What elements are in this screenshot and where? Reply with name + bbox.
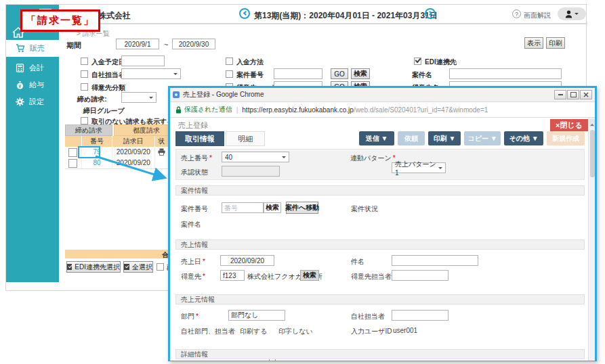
send-button[interactable]: 送信 ▼ xyxy=(359,131,394,145)
chevron-down-icon xyxy=(575,13,579,17)
tab-transaction-info[interactable]: 取引情報 xyxy=(175,131,224,146)
sidebar-item-label: 給与 xyxy=(29,80,44,90)
own-staff-select[interactable] xyxy=(121,68,181,79)
other-button[interactable]: その他 ▼ xyxy=(504,131,543,145)
payment-method-checkbox[interactable] xyxy=(226,58,233,65)
print-option-label: 自社部門、担当者 xyxy=(181,327,235,336)
scroll-up-icon[interactable] xyxy=(589,119,595,127)
checked-square-icon xyxy=(124,264,129,270)
project-number-checkbox[interactable] xyxy=(226,70,233,78)
payment-due-checkbox[interactable] xyxy=(81,58,88,65)
sidebar-item-accounting[interactable]: 会計 xyxy=(6,60,59,76)
new-create-button[interactable]: 新規作成 xyxy=(547,131,585,145)
close-page-button[interactable]: ×閉じる xyxy=(550,119,588,131)
customer-code-input[interactable] xyxy=(220,270,245,281)
copy-button[interactable]: コピー ▼ xyxy=(464,131,501,145)
subject-input[interactable] xyxy=(392,255,478,266)
customer-class-select[interactable] xyxy=(121,92,157,103)
department-input[interactable] xyxy=(228,310,285,321)
row-checkbox[interactable] xyxy=(68,159,77,168)
detail-section-header: 詳細情報 xyxy=(175,349,585,359)
popup-urlbar[interactable]: 保護された通信 | https://erp.easybiz.fukuokaban… xyxy=(170,102,595,118)
sidebar-item-payroll[interactable]: 給与 xyxy=(6,76,59,93)
sales-date-input[interactable] xyxy=(220,255,274,266)
project-number-input[interactable] xyxy=(222,202,264,213)
sidebar-item-sales[interactable]: 販売 xyxy=(6,40,59,57)
print-button[interactable]: 印刷 xyxy=(546,37,565,49)
project-section-header: 案件情報 xyxy=(175,185,585,196)
own-staff-checkbox[interactable] xyxy=(81,70,88,78)
help-icon[interactable]: ? xyxy=(512,9,521,18)
project-name-label: 案件名 xyxy=(181,220,201,229)
cart-icon xyxy=(16,44,25,53)
period-separator: ~ xyxy=(164,41,168,49)
sidebar-item-label: 販売 xyxy=(30,43,45,53)
edi-partner-label: EDI連携先 xyxy=(425,58,457,67)
own-staff-label: 自社担当者 xyxy=(91,70,125,80)
popup-titlebar[interactable]: 売上登録 - Google Chrome xyxy=(170,88,595,102)
period-from-input[interactable] xyxy=(116,39,159,49)
col-status: 状態 xyxy=(155,136,169,147)
customer-class-label: 得意先分類 xyxy=(91,83,125,93)
approval-status-input[interactable] xyxy=(222,166,280,177)
edi-partner-checkbox[interactable] xyxy=(414,58,421,65)
company-name: 株式会社 xyxy=(98,10,131,22)
sidebar-item-settings[interactable]: 設定 xyxy=(6,93,59,110)
radio-print-label: 印刷する xyxy=(240,327,267,336)
project-name-label: 案件名 xyxy=(412,70,432,80)
project-number-label: 案件番号 xyxy=(236,70,264,80)
popup-page-title: 売上登録 xyxy=(178,120,208,131)
display-button[interactable]: 表示 xyxy=(524,37,543,49)
reprint-checkbox[interactable] xyxy=(157,263,164,271)
origin-section-header: 売上元情報 xyxy=(175,294,585,304)
tab-detail[interactable]: 明細 xyxy=(226,131,265,146)
show-no-transactions-checkbox[interactable] xyxy=(81,117,88,124)
money-bag-icon xyxy=(16,81,24,89)
project-search-button[interactable]: 検索 xyxy=(264,202,281,213)
period-prev-icon[interactable] xyxy=(239,8,250,19)
sidebar-item-label: 設定 xyxy=(29,97,44,107)
request-button[interactable]: 依頼 xyxy=(398,131,425,145)
tab-closing-billing[interactable]: 締め請求 xyxy=(65,124,112,136)
radio-no-print-label: 印字しない xyxy=(278,327,313,336)
project-number-search-button[interactable]: 検索 xyxy=(351,68,370,79)
user-menu[interactable] xyxy=(558,7,586,20)
period-to-input[interactable] xyxy=(172,39,215,49)
customer-contact-input[interactable] xyxy=(392,270,448,281)
maximize-icon[interactable] xyxy=(567,90,579,99)
edi-select-button[interactable]: EDI連携先選択 xyxy=(66,261,121,273)
own-staff-input[interactable] xyxy=(392,310,448,321)
popup-window: 売上登録 - Google Chrome 保護された通信 | https://e… xyxy=(168,86,597,361)
print-menu-button[interactable]: 印刷 ▼ xyxy=(428,131,461,145)
user-id-label: 入力ユーザID xyxy=(351,327,392,336)
pattern-select[interactable]: 売上パターン1 xyxy=(392,162,446,173)
customer-search-button[interactable]: 検索 xyxy=(300,270,319,281)
scroll-thumb[interactable] xyxy=(590,130,595,177)
help-label[interactable]: 画面解説 xyxy=(524,11,551,20)
period-next-icon[interactable] xyxy=(425,8,436,19)
lock-icon xyxy=(175,106,182,114)
sales-date-label: 売上日* xyxy=(181,257,205,267)
chrome-favicon xyxy=(173,91,180,98)
sales-section-header: 売上情報 xyxy=(175,240,585,250)
url-path: /web.d/sale/S020401?uri_id=47&winmode=1 xyxy=(354,106,488,114)
project-number-input[interactable] xyxy=(274,68,322,79)
popup-scrollbar[interactable] xyxy=(588,118,595,361)
approval-status-label: 承認状態 xyxy=(181,168,208,177)
project-number-go-button[interactable]: GO xyxy=(331,68,348,79)
screen: 販売 会計 給与 設定 株式会社 第13期(当期)：2020年04月01日 - … xyxy=(0,0,605,364)
col-number: 番号 xyxy=(82,136,112,147)
url-divider: | xyxy=(236,106,238,114)
minimize-icon[interactable] xyxy=(554,90,566,99)
own-staff-label: 自社担当者 xyxy=(351,312,385,321)
row-checkbox[interactable] xyxy=(68,148,77,157)
closing-billing-heading: 締め請求: xyxy=(77,95,107,104)
department-label: 部門* xyxy=(181,312,199,321)
payment-due-input[interactable] xyxy=(121,55,165,66)
customer-class-checkbox[interactable] xyxy=(81,83,88,91)
goto-project-button[interactable]: 案件へ移動 xyxy=(286,202,318,214)
sales-number-select[interactable]: 40 xyxy=(222,152,289,162)
select-all-button[interactable]: 全選択 xyxy=(123,261,153,273)
project-name-input[interactable] xyxy=(449,68,562,79)
close-icon[interactable] xyxy=(580,90,592,99)
